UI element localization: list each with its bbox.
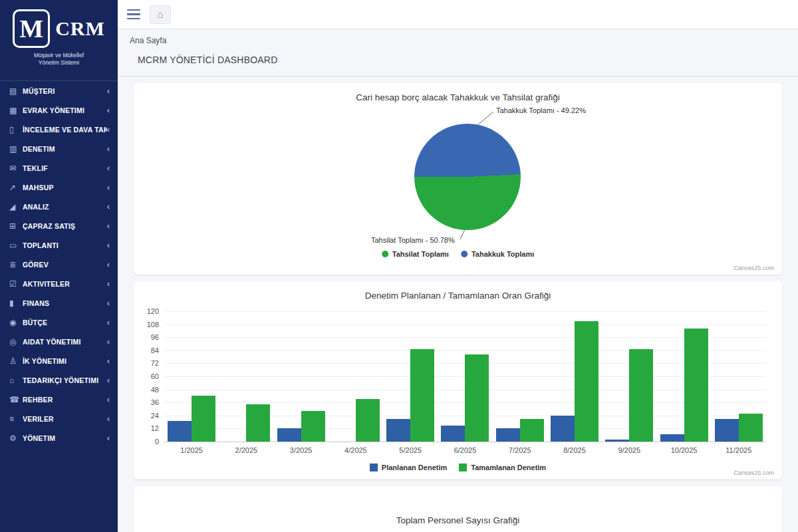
x-axis-label: 2/2025	[219, 446, 273, 454]
sidebar-item-label: MAHSUP	[23, 184, 54, 192]
legend-swatch-icon	[459, 464, 467, 471]
legend-swatch-icon	[461, 251, 467, 257]
sidebar-item-denetim[interactable]: ▥DENETIM‹	[0, 139, 118, 158]
bar[interactable]	[301, 411, 325, 442]
sidebar-item-ik-yonetimi[interactable]: ♙İK YÖNETIMI‹	[0, 351, 118, 370]
sidebar-item-evrak-yonetimi[interactable]: ▦EVRAK YÖNETIMI‹	[0, 100, 118, 120]
sidebar-item-veriler[interactable]: ≡VERILER‹	[0, 409, 118, 428]
bar-group-1/2025	[164, 311, 219, 442]
dues-icon: ◎	[9, 337, 23, 346]
bar[interactable]	[386, 419, 410, 442]
bar-chart-x-axis: 1/20252/20253/20254/20255/20256/20257/20…	[164, 446, 766, 454]
x-axis-label: 7/2025	[493, 446, 547, 454]
chevron-left-icon: ‹	[107, 260, 110, 269]
meeting-icon: ▭	[9, 241, 23, 250]
sidebar-item-analiz[interactable]: ◢ANALIZ‹	[0, 197, 118, 216]
sidebar-nav: ▤MÜŞTERI‹▦EVRAK YÖNETIMI‹▯İNCELEME VE DA…	[0, 81, 118, 448]
sidebar-item-label: ANALIZ	[23, 203, 49, 211]
logo-m-icon: M	[13, 9, 50, 48]
bar[interactable]	[739, 414, 763, 442]
sidebar-item-inceleme-ve-dava-takip[interactable]: ▯İNCELEME VE DAVA TAKIP‹	[0, 120, 118, 139]
bar[interactable]	[629, 349, 653, 442]
y-axis-label: 96	[151, 333, 159, 341]
bar[interactable]	[277, 428, 301, 442]
sidebar-item-aktiviteler[interactable]: ☑AKTIVITELER‹	[0, 274, 118, 293]
sidebar-item-label: TEDARIKÇI YÖNETIMI	[23, 376, 98, 384]
chevron-left-icon: ‹	[107, 414, 110, 423]
canvasjs-credit-link[interactable]: CanvasJS.com	[733, 265, 774, 271]
sidebar-toggle-button[interactable]	[127, 9, 142, 20]
bar-group-4/2025	[329, 311, 383, 442]
sidebar-item-gorev[interactable]: ≣GÖREV‹	[0, 255, 118, 274]
bar[interactable]	[410, 349, 434, 442]
chevron-left-icon: ‹	[107, 86, 110, 95]
sidebar-item-finans[interactable]: ▮FINANS‹	[0, 293, 118, 313]
sidebar-item-mahsup[interactable]: ↗MAHSUP‹	[0, 178, 118, 197]
id-card-icon: ▤	[9, 86, 23, 96]
bar[interactable]	[684, 329, 708, 442]
sidebar-item-capraz-satis[interactable]: ⊞ÇAPRAZ SATIŞ‹	[0, 216, 118, 235]
bar-group-5/2025	[383, 311, 438, 442]
y-axis-label: 0	[155, 438, 159, 446]
bar[interactable]	[356, 399, 380, 442]
sidebar-item-label: VERILER	[23, 415, 54, 423]
bar[interactable]	[605, 440, 629, 442]
cross-sell-icon: ⊞	[9, 221, 23, 231]
bar[interactable]	[246, 404, 270, 442]
sidebar-item-label: İNCELEME VE DAVA TAKIP	[23, 126, 107, 134]
sidebar-item-toplanti[interactable]: ▭TOPLANTI‹	[0, 235, 118, 255]
legend-item[interactable]: Tahsilat Toplamı	[382, 250, 449, 258]
chevron-left-icon: ‹	[107, 241, 110, 249]
sidebar-item-rehber[interactable]: ☎REHBER‹	[0, 390, 118, 409]
bar[interactable]	[660, 434, 684, 442]
legend-item[interactable]: Tamamlanan Denetim	[459, 464, 546, 471]
x-axis-label: 3/2025	[274, 446, 329, 454]
sidebar: M CRM Müşavir ve Mükellef Yönetim Sistem…	[0, 0, 118, 532]
database-icon: ≡	[9, 414, 23, 424]
app-logo[interactable]: M CRM Müşavir ve Mükellef Yönetim Sistem…	[0, 0, 118, 81]
chevron-left-icon: ‹	[107, 376, 110, 384]
y-axis-label: 24	[151, 412, 159, 420]
sidebar-item-label: YÖNETIM	[23, 434, 55, 442]
home-button[interactable]: ⌂	[150, 5, 171, 24]
bar[interactable]	[441, 426, 465, 442]
bar[interactable]	[496, 428, 520, 442]
sidebar-item-teklif[interactable]: ✉TEKLIF‹	[0, 158, 118, 178]
personnel-chart-card: Toplam Personel Sayısı Grafiği	[134, 486, 782, 532]
pie-callout-tahakkuk: Tahakkuk Toplamı - 49.22%	[496, 106, 586, 114]
bar[interactable]	[192, 396, 215, 442]
legend-item[interactable]: Planlanan Denetim	[370, 464, 447, 471]
y-axis-label: 84	[151, 346, 159, 354]
y-axis-label: 48	[151, 386, 159, 394]
bar-group-2/2025	[219, 311, 273, 442]
person-icon: ♙	[9, 356, 23, 366]
y-axis-label: 36	[151, 398, 159, 406]
pie-graphic[interactable]	[414, 124, 521, 230]
sidebar-item-yonetim[interactable]: ⚙YÖNETIM‹	[0, 428, 118, 448]
x-axis-label: 4/2025	[329, 446, 383, 454]
legend-item[interactable]: Tahakkuk Toplamı	[461, 250, 534, 258]
sidebar-item-butce[interactable]: ◉BÜTÇE‹	[0, 313, 118, 332]
y-axis-label: 72	[151, 359, 159, 367]
bar[interactable]	[575, 321, 598, 442]
bar[interactable]	[168, 421, 192, 442]
canvasjs-credit-link[interactable]: CanvasJS.com	[733, 469, 774, 476]
bar[interactable]	[551, 416, 575, 442]
chevron-left-icon: ‹	[107, 434, 110, 442]
bar-group-9/2025	[602, 311, 656, 442]
chevron-left-icon: ‹	[107, 164, 110, 172]
bar[interactable]	[715, 419, 739, 442]
table-icon: ▦	[9, 106, 23, 115]
bar[interactable]	[520, 419, 544, 442]
bar[interactable]	[465, 354, 489, 442]
app-root: M CRM Müşavir ve Mükellef Yönetim Sistem…	[0, 0, 798, 532]
sidebar-item-tedarikci-yonetimi[interactable]: ⌂TEDARIKÇI YÖNETIMI‹	[0, 370, 118, 390]
chevron-left-icon: ‹	[107, 202, 110, 211]
sidebar-item-musteri[interactable]: ▤MÜŞTERI‹	[0, 81, 118, 100]
document-icon: ▯	[9, 125, 23, 134]
breadcrumb-home-link[interactable]: Ana Sayfa	[130, 36, 166, 45]
sidebar-item-aidat-yonetimi[interactable]: ◎AIDAT YÖNETIMI‹	[0, 332, 118, 351]
bar-group-10/2025	[656, 311, 711, 442]
sidebar-item-label: İK YÖNETIMI	[23, 357, 66, 365]
chart-line-icon: ◢	[9, 202, 23, 211]
